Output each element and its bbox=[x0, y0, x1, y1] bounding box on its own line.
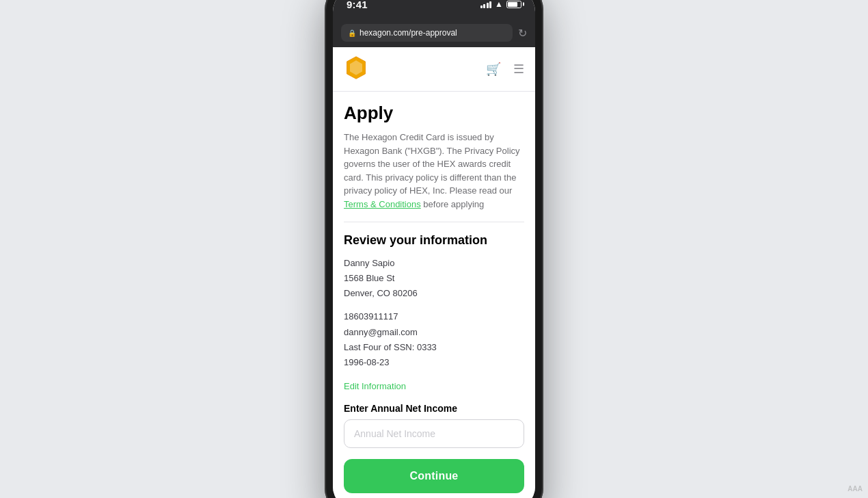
lock-icon: 🔒 bbox=[348, 29, 356, 37]
status-icons: ▲ bbox=[480, 0, 521, 9]
income-section: Enter Annual Net Income bbox=[344, 403, 524, 448]
watermark: AAA bbox=[847, 485, 863, 493]
review-section-title: Review your information bbox=[344, 233, 524, 248]
app-content: 🛒 ☰ Apply The Hexagon Credit Card is iss… bbox=[333, 47, 535, 498]
apply-description: The Hexagon Credit Card is issued by Hex… bbox=[344, 131, 524, 211]
nav-header: 🛒 ☰ bbox=[333, 47, 535, 92]
income-label: Enter Annual Net Income bbox=[344, 403, 524, 414]
phone-screen: 9:41 ▲ 🔒 he bbox=[333, 0, 535, 498]
phone-frame: 9:41 ▲ 🔒 he bbox=[325, 0, 543, 498]
signal-icon bbox=[480, 0, 492, 8]
annual-net-income-input[interactable] bbox=[344, 419, 524, 448]
user-phone: 18603911117 bbox=[344, 309, 524, 324]
url-bar[interactable]: 🔒 hexagon.com/pre-approval bbox=[341, 24, 513, 42]
terms-link[interactable]: Terms & Conditions bbox=[344, 199, 421, 209]
hexagon-logo bbox=[344, 55, 368, 80]
continue-button[interactable]: Continue bbox=[344, 459, 524, 493]
menu-icon[interactable]: ☰ bbox=[513, 62, 524, 77]
user-contact-info: 18603911117 danny@gmail.com Last Four of… bbox=[344, 309, 524, 369]
user-email: danny@gmail.com bbox=[344, 325, 524, 340]
reload-button[interactable]: ↻ bbox=[518, 27, 527, 40]
nav-icons: 🛒 ☰ bbox=[486, 62, 524, 77]
user-dob: 1996-08-23 bbox=[344, 355, 524, 370]
status-time: 9:41 bbox=[347, 0, 368, 10]
wifi-icon: ▲ bbox=[495, 0, 503, 9]
user-address2: Denver, CO 80206 bbox=[344, 286, 524, 301]
user-name: Danny Sapio bbox=[344, 256, 524, 271]
user-address1: 1568 Blue St bbox=[344, 271, 524, 286]
browser-bar: 🔒 hexagon.com/pre-approval ↻ bbox=[333, 18, 535, 47]
apply-title: Apply bbox=[344, 103, 524, 124]
url-text: hexagon.com/pre-approval bbox=[360, 28, 457, 38]
user-address-info: Danny Sapio 1568 Blue St Denver, CO 8020… bbox=[344, 256, 524, 301]
cart-icon[interactable]: 🛒 bbox=[486, 62, 501, 77]
logo bbox=[344, 55, 368, 83]
page-content: Apply The Hexagon Credit Card is issued … bbox=[333, 92, 535, 498]
user-ssn: Last Four of SSN: 0333 bbox=[344, 340, 524, 355]
battery-icon bbox=[506, 1, 521, 8]
edit-information-link[interactable]: Edit Information bbox=[344, 381, 406, 391]
divider bbox=[344, 222, 524, 222]
status-bar: 9:41 ▲ bbox=[333, 0, 535, 18]
